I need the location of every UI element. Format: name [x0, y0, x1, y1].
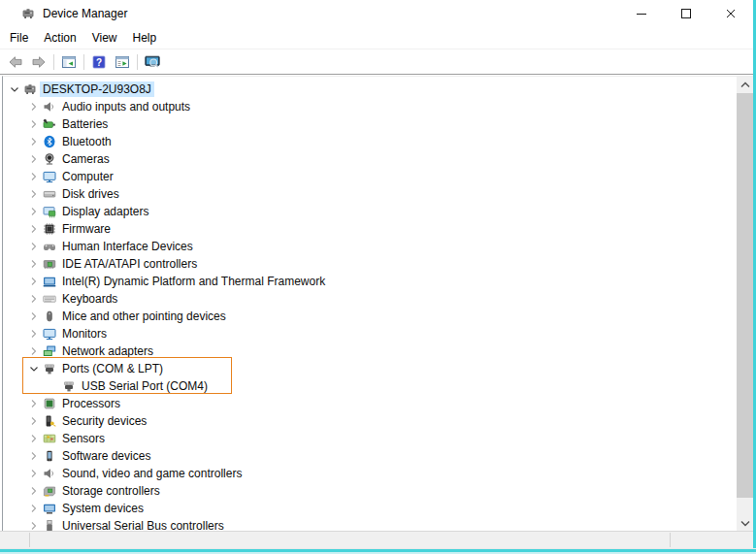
- device-tree-pane: DESKTOP-2U93O8JAudio inputs and outputsB…: [2, 76, 753, 531]
- tree-item-storage-controllers[interactable]: Storage controllers: [3, 482, 737, 500]
- tree-item-label: Mice and other pointing devices: [59, 309, 229, 324]
- camera-icon: [42, 151, 57, 167]
- tree-item-computer[interactable]: Computer: [3, 168, 737, 185]
- chevron-down-icon[interactable]: [7, 81, 22, 97]
- tree-item-universal-serial-bus-controllers[interactable]: Universal Serial Bus controllers: [3, 517, 737, 531]
- menu-help[interactable]: Help: [125, 28, 165, 48]
- tree-item-firmware[interactable]: Firmware: [3, 220, 737, 238]
- tree-item-label: USB Serial Port (COM4): [79, 378, 211, 394]
- tree-item-audio-inputs-and-outputs[interactable]: Audio inputs and outputs: [3, 98, 737, 115]
- chevron-right-icon[interactable]: [26, 291, 42, 307]
- properties-button[interactable]: [111, 50, 134, 73]
- tree-item-label: Ports (COM & LPT): [59, 361, 166, 376]
- tree-item-batteries[interactable]: Batteries: [3, 115, 737, 133]
- chevron-right-icon[interactable]: [26, 483, 42, 499]
- tree-item-label: Software devices: [59, 448, 153, 464]
- scroll-up-icon: [738, 78, 753, 93]
- security-icon: [42, 413, 57, 429]
- forward-button[interactable]: [27, 50, 50, 73]
- window-list-icon: [115, 54, 130, 70]
- chevron-right-icon[interactable]: [26, 466, 42, 481]
- minimize-button[interactable]: [619, 0, 664, 27]
- chevron-right-icon[interactable]: [26, 413, 42, 429]
- chevron-right-icon[interactable]: [26, 134, 42, 149]
- tree-item-desktop-2u93o8j[interactable]: DESKTOP-2U93O8J: [3, 81, 737, 98]
- tree-item-display-adapters[interactable]: Display adapters: [3, 203, 737, 220]
- ide-controller-icon: [42, 256, 57, 272]
- show-console-tree-button[interactable]: [57, 50, 81, 73]
- chevron-right-icon[interactable]: [26, 204, 42, 219]
- scan-hardware-changes-button[interactable]: [141, 50, 164, 73]
- tree-item-keyboards[interactable]: Keyboards: [3, 290, 737, 308]
- status-bar: [0, 531, 753, 548]
- tree-item-label: Monitors: [59, 326, 110, 342]
- chevron-right-icon[interactable]: [26, 343, 42, 359]
- tree-item-processors[interactable]: Processors: [3, 395, 737, 412]
- tree-item-ports-com-lpt[interactable]: Ports (COM & LPT): [3, 360, 737, 377]
- chevron-right-icon[interactable]: [26, 501, 42, 516]
- svg-text:?: ?: [96, 56, 102, 67]
- network-adapter-icon: [42, 343, 57, 359]
- menu-view[interactable]: View: [84, 28, 125, 48]
- toolbar-separator: [53, 54, 54, 70]
- storage-controller-icon: [42, 483, 57, 499]
- toolbar-separator: [83, 54, 84, 70]
- keyboard-icon: [42, 291, 57, 307]
- tree-item-sensors[interactable]: Sensors: [3, 430, 737, 447]
- processor-icon: [42, 396, 57, 411]
- chevron-right-icon[interactable]: [26, 326, 42, 342]
- tree-item-software-devices[interactable]: Software devices: [3, 447, 737, 465]
- tree-item-intel-r-dynamic-platform-and-thermal-framework[interactable]: Intel(R) Dynamic Platform and Thermal Fr…: [3, 273, 737, 290]
- chevron-right-icon[interactable]: [26, 169, 42, 184]
- back-button[interactable]: [4, 50, 27, 73]
- help-button[interactable]: ?: [87, 50, 111, 73]
- scroll-up-button[interactable]: [737, 77, 753, 93]
- chevron-right-icon[interactable]: [26, 396, 42, 411]
- tree-item-label: System devices: [59, 501, 147, 516]
- tree-item-label: Intel(R) Dynamic Platform and Thermal Fr…: [59, 274, 328, 289]
- vertical-scrollbar[interactable]: [737, 77, 753, 531]
- mouse-icon: [42, 309, 57, 324]
- tree-item-disk-drives[interactable]: Disk drives: [3, 185, 737, 203]
- tree-item-human-interface-devices[interactable]: Human Interface Devices: [3, 238, 737, 255]
- window-title: Device Manager: [43, 7, 127, 20]
- tree-item-label: Sound, video and game controllers: [59, 466, 245, 481]
- chevron-right-icon[interactable]: [26, 116, 42, 132]
- chevron-right-icon[interactable]: [26, 309, 42, 324]
- chevron-right-icon[interactable]: [26, 518, 42, 531]
- tree-item-system-devices[interactable]: System devices: [3, 500, 737, 517]
- menu-action[interactable]: Action: [36, 28, 83, 48]
- sensor-icon: [42, 431, 57, 446]
- scrollbar-thumb[interactable]: [737, 93, 753, 498]
- tree-item-mice-and-other-pointing-devices[interactable]: Mice and other pointing devices: [3, 308, 737, 325]
- chevron-right-icon[interactable]: [26, 448, 42, 464]
- tree-item-security-devices[interactable]: Security devices: [3, 412, 737, 430]
- scroll-down-button[interactable]: [737, 514, 753, 531]
- device-manager-window: Device Manager File Action View Help ? D…: [0, 0, 753, 548]
- chevron-down-icon[interactable]: [26, 361, 42, 376]
- chevron-right-icon[interactable]: [26, 431, 42, 446]
- tree-item-cameras[interactable]: Cameras: [3, 150, 737, 168]
- menu-file[interactable]: File: [2, 28, 36, 48]
- device-manager-icon: [22, 81, 38, 97]
- chevron-right-icon[interactable]: [26, 151, 42, 167]
- chevron-right-icon[interactable]: [26, 186, 42, 202]
- tree-item-bluetooth[interactable]: Bluetooth: [3, 133, 737, 150]
- battery-icon: [42, 116, 57, 132]
- chevron-right-icon[interactable]: [26, 274, 42, 289]
- tree-item-monitors[interactable]: Monitors: [3, 325, 737, 342]
- tree-item-label: Disk drives: [59, 186, 122, 202]
- chevron-right-icon[interactable]: [26, 239, 42, 254]
- chevron-right-icon[interactable]: [26, 221, 42, 237]
- tree-item-sound-video-and-game-controllers[interactable]: Sound, video and game controllers: [3, 465, 737, 482]
- maximize-button[interactable]: [664, 0, 708, 27]
- tree-item-usb-serial-port-com4[interactable]: USB Serial Port (COM4): [3, 377, 737, 395]
- tree-item-network-adapters[interactable]: Network adapters: [3, 342, 737, 360]
- chevron-right-icon[interactable]: [26, 99, 42, 114]
- title-bar: Device Manager: [0, 0, 753, 27]
- close-icon: [723, 6, 739, 21]
- tree-item-ide-ata-atapi-controllers[interactable]: IDE ATA/ATAPI controllers: [3, 255, 737, 273]
- tree-item-label: Batteries: [59, 116, 111, 132]
- chevron-right-icon[interactable]: [26, 256, 42, 272]
- close-button[interactable]: [708, 0, 753, 27]
